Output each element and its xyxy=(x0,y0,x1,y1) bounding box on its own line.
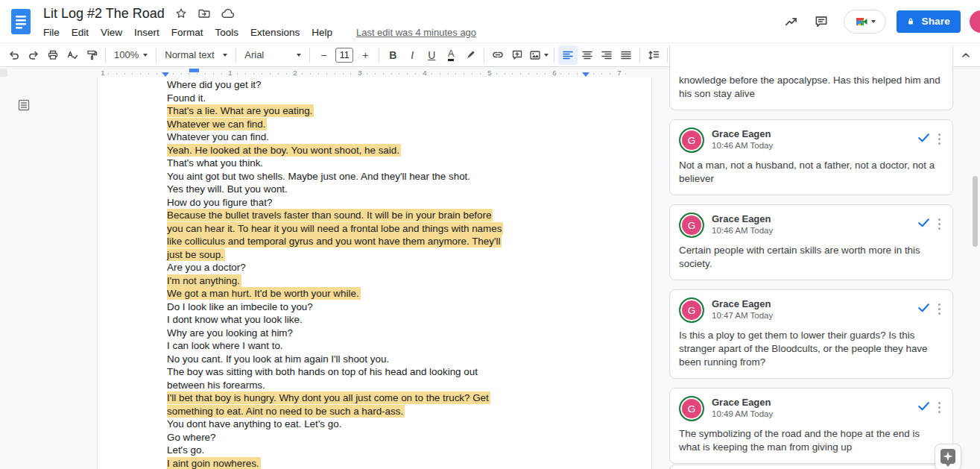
chevron-down-icon xyxy=(871,20,876,23)
account-avatar[interactable] xyxy=(970,10,980,33)
doc-line[interactable]: you can hear it. To hear it you will nee… xyxy=(167,222,636,236)
font-select[interactable]: Arial xyxy=(240,45,306,65)
doc-line[interactable]: Found it. xyxy=(167,92,636,105)
doc-line[interactable]: The boy was sitting with both hands on t… xyxy=(167,365,636,379)
doc-title[interactable]: Lit Log #2 The Road xyxy=(43,6,165,22)
doc-line[interactable]: We got a man hurt. It'd be worth your wh… xyxy=(167,287,636,300)
comment-menu-button[interactable] xyxy=(937,217,942,231)
image-icon xyxy=(528,48,542,62)
comment-menu-button[interactable] xyxy=(937,302,942,316)
insert-image-button[interactable] xyxy=(527,45,550,65)
add-comment-button[interactable] xyxy=(508,45,527,65)
decrease-font-size-button[interactable]: − xyxy=(314,45,333,65)
doc-line[interactable]: Whatever we can find. xyxy=(167,118,636,131)
activity-dashboard-button[interactable] xyxy=(777,7,806,37)
open-comment-history-button[interactable] xyxy=(806,7,836,37)
insert-link-button[interactable] xyxy=(488,45,508,65)
doc-line[interactable]: just be soup. xyxy=(167,248,636,262)
doc-line[interactable]: That's what you think. xyxy=(167,157,636,170)
comment-card[interactable]: G Grace Eagen 10:46 AM Today Not a man, … xyxy=(669,119,953,195)
redo-button[interactable] xyxy=(24,45,43,65)
redo-icon xyxy=(27,48,40,62)
justify-button[interactable] xyxy=(616,45,636,65)
star-button[interactable] xyxy=(174,7,188,20)
paint-format-button[interactable] xyxy=(82,45,101,65)
doc-line[interactable]: Do I look like an imbecile to you? xyxy=(167,300,636,314)
comment-card-partial[interactable] xyxy=(669,465,953,469)
cloud-saved-icon xyxy=(221,7,235,21)
doc-line[interactable]: between his forearms. xyxy=(167,379,636,392)
move-to-folder-button[interactable] xyxy=(197,7,211,20)
last-edit-link[interactable]: Last edit was 4 minutes ago xyxy=(356,27,476,38)
left-indent-marker[interactable] xyxy=(162,72,169,77)
comment-menu-button[interactable] xyxy=(937,400,942,415)
line-spacing-button[interactable] xyxy=(644,45,663,65)
doc-line[interactable]: Go where? xyxy=(167,431,636,444)
menu-edit[interactable]: Edit xyxy=(66,25,95,40)
doc-line[interactable]: Why are you looking at him? xyxy=(167,327,636,340)
doc-line[interactable]: Whatever you can find. xyxy=(167,130,636,144)
show-outline-button[interactable] xyxy=(17,98,31,112)
doc-line[interactable]: Where did you get it? xyxy=(167,78,636,92)
comments-scrollbar-thumb[interactable] xyxy=(973,176,978,247)
resolve-comment-button[interactable] xyxy=(917,399,931,416)
share-button[interactable]: Share xyxy=(897,10,961,33)
document-status-button[interactable] xyxy=(221,7,235,21)
resolve-comment-button[interactable] xyxy=(917,130,931,148)
doc-line[interactable]: Yeah. He looked at the boy. You wont sho… xyxy=(167,144,636,157)
align-right-button[interactable] xyxy=(597,45,616,65)
doc-line[interactable]: I dont know what you look like. xyxy=(167,313,636,327)
doc-line[interactable]: I'll bet that boy is hungry. Why dont yo… xyxy=(167,391,636,405)
doc-line[interactable]: You dont have anything to eat. Let's go. xyxy=(167,418,636,431)
resolve-comment-button[interactable] xyxy=(917,215,931,233)
menu-file[interactable]: File xyxy=(43,25,66,40)
hide-menus-button[interactable] xyxy=(956,45,976,65)
font-size-input[interactable]: 11 xyxy=(335,48,353,63)
comment-card[interactable]: knowledge before the apocalypse. Has thi… xyxy=(669,45,953,110)
doc-line[interactable]: Are you a doctor? xyxy=(167,261,636,274)
doc-line[interactable]: Let's go. xyxy=(167,444,636,457)
undo-button[interactable] xyxy=(4,45,24,65)
text-color-button[interactable]: A xyxy=(441,45,461,65)
doc-line[interactable]: No you cant. If you look at him again I'… xyxy=(167,353,636,366)
menu-extensions[interactable]: Extensions xyxy=(244,25,306,40)
align-center-button[interactable] xyxy=(578,45,597,65)
doc-line[interactable]: I'm not anything. xyxy=(167,274,636,288)
check-icon xyxy=(917,130,931,145)
doc-line[interactable]: That's a lie. What are you eating. xyxy=(167,104,636,118)
right-indent-marker[interactable] xyxy=(582,72,589,77)
print-button[interactable] xyxy=(43,45,63,65)
doc-line[interactable]: like colliculus and temporal gyrus and y… xyxy=(167,235,636,248)
menu-insert[interactable]: Insert xyxy=(128,25,165,40)
doc-line[interactable]: something to eat. Aint no need to be suc… xyxy=(167,405,636,418)
docs-logo-icon[interactable] xyxy=(10,7,32,37)
doc-line[interactable]: Yes they will. But you wont. xyxy=(167,183,636,196)
paragraph-style-select[interactable]: Normal text xyxy=(160,45,232,65)
menu-help[interactable]: Help xyxy=(306,25,338,40)
zoom-select[interactable]: 100% xyxy=(110,45,152,65)
spellcheck-button[interactable] xyxy=(63,45,82,65)
join-meet-button[interactable] xyxy=(844,10,886,34)
align-left-button[interactable] xyxy=(558,45,578,65)
menu-view[interactable]: View xyxy=(95,25,128,40)
document-page[interactable]: Where did you get it?Found it.That's a l… xyxy=(97,78,652,469)
menu-format[interactable]: Format xyxy=(165,25,209,40)
italic-button[interactable]: I xyxy=(402,45,422,65)
doc-line[interactable]: I can look where I want to. xyxy=(167,339,636,353)
underline-button[interactable]: U xyxy=(422,45,441,65)
doc-line[interactable]: You aint got but two shells. Maybe just … xyxy=(167,170,636,183)
resolve-comment-button[interactable] xyxy=(917,300,931,318)
doc-line[interactable]: How do you figure that? xyxy=(167,196,636,210)
doc-line[interactable]: I aint goin nowheres. xyxy=(167,457,636,469)
increase-font-size-button[interactable]: + xyxy=(355,45,375,65)
bold-button[interactable]: B xyxy=(383,45,402,65)
comment-card[interactable]: G Grace Eagen 10:49 AM Today The symboli… xyxy=(669,388,953,464)
highlight-color-button[interactable] xyxy=(461,45,480,65)
comment-menu-button[interactable] xyxy=(937,132,942,146)
first-line-indent-marker[interactable] xyxy=(189,69,199,72)
marker-tool-button[interactable] xyxy=(935,444,961,469)
comment-card[interactable]: G Grace Eagen 10:46 AM Today Certain peo… xyxy=(669,204,953,280)
comment-card[interactable]: G Grace Eagen 10:47 AM Today Is this a p… xyxy=(669,289,953,379)
menu-tools[interactable]: Tools xyxy=(209,25,245,40)
doc-line[interactable]: Because the bullet travels faster than s… xyxy=(167,209,636,222)
